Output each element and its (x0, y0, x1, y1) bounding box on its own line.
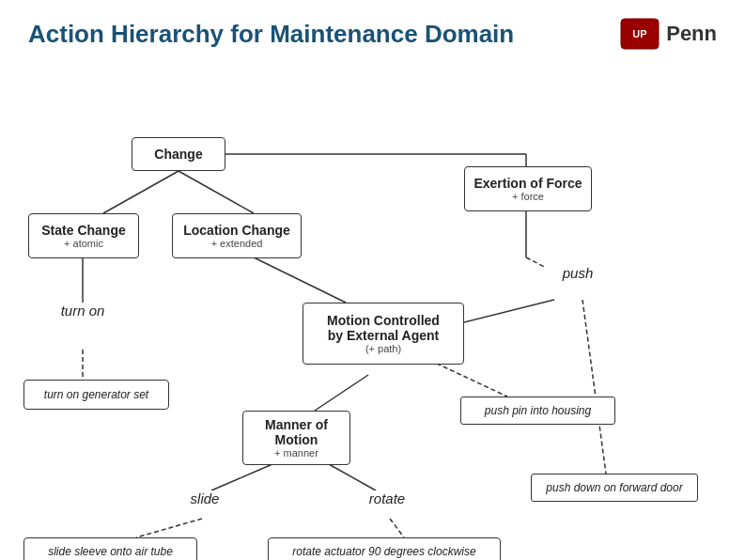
turn-on-node: turn on (36, 303, 130, 319)
motion-controlled-node: Motion Controlled by External Agent (+ p… (303, 303, 464, 365)
push-pin-label: push pin into housing (485, 404, 591, 417)
svg-line-2 (103, 171, 178, 213)
slide-node: slide (177, 490, 233, 506)
rotate-node: rotate (354, 490, 420, 506)
push-down-node: push down on forward door (531, 474, 698, 502)
svg-line-16 (329, 464, 376, 490)
penn-logo-icon: UP (619, 17, 660, 51)
turn-on-generator-node: turn on generator set (23, 380, 169, 410)
diagram: Change State Change + atomic Location Ch… (0, 60, 745, 558)
svg-line-18 (390, 519, 404, 537)
state-change-node: State Change + atomic (28, 213, 139, 258)
push-down-label: push down on forward door (546, 481, 682, 494)
motion-controlled-sublabel: (+ path) (365, 343, 401, 354)
svg-line-3 (178, 171, 254, 213)
location-change-sublabel: + extended (211, 238, 263, 249)
slide-sleeve-node: slide sleeve onto air tube (23, 537, 197, 560)
manner-of-motion-node: Manner of Motion + manner (242, 411, 350, 465)
change-label: Change (154, 147, 202, 162)
location-change-node: Location Change + extended (172, 213, 302, 258)
exertion-sublabel: + force (512, 191, 544, 202)
push-node: push (545, 265, 611, 281)
logo-area: UP Penn (619, 17, 717, 51)
turn-on-generator-label: turn on generator set (44, 388, 148, 401)
svg-line-14 (582, 300, 606, 474)
svg-text:UP: UP (633, 28, 647, 39)
exertion-node: Exertion of Force + force (464, 166, 592, 211)
turn-on-label: turn on (61, 303, 105, 319)
motion-controlled-label: Motion Controlled by External Agent (327, 313, 440, 343)
exertion-label: Exertion of Force (473, 176, 582, 191)
state-change-label: State Change (41, 223, 125, 238)
manner-sublabel: + manner (274, 447, 318, 459)
slide-label: slide (191, 490, 220, 506)
logo-text: Penn (666, 22, 717, 46)
rotate-actuator-node: rotate actuator 90 degrees clockwise (268, 537, 501, 560)
svg-line-15 (211, 464, 272, 490)
svg-line-17 (136, 519, 202, 537)
rotate-label: rotate (369, 490, 405, 506)
svg-line-8 (254, 257, 346, 303)
slide-sleeve-label: slide sleeve onto air tube (48, 545, 173, 558)
page-title: Action Hierarchy for Maintenance Domain (28, 20, 514, 49)
location-change-label: Location Change (183, 223, 290, 238)
push-pin-node: push pin into housing (460, 397, 615, 425)
manner-label: Manner of Motion (265, 417, 328, 447)
push-label: push (563, 265, 594, 281)
rotate-actuator-label: rotate actuator 90 degrees clockwise (292, 545, 475, 558)
svg-line-12 (315, 375, 368, 411)
state-change-sublabel: + atomic (64, 238, 103, 249)
change-node: Change (132, 137, 225, 171)
